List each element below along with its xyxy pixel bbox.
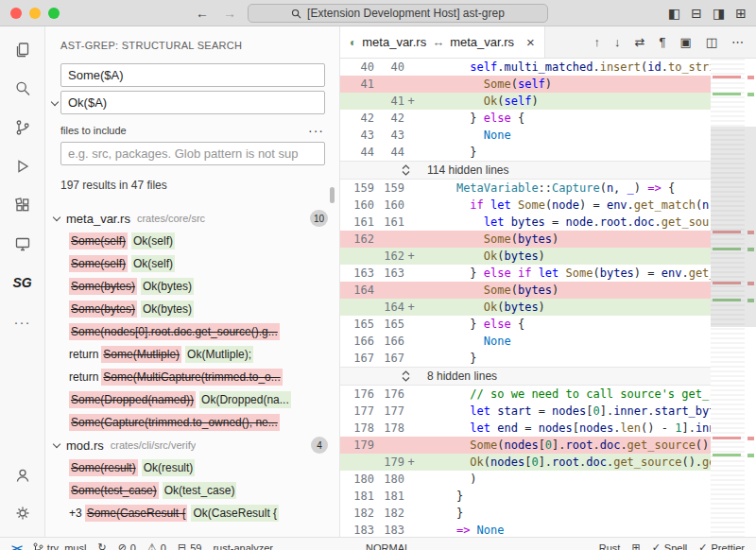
- diff-line: 179+ Ok(nodes[0].root.doc.get_source().g…: [340, 454, 711, 471]
- activity-run-debug-button[interactable]: [8, 152, 38, 180]
- problems-status[interactable]: ⊘0: [112, 538, 142, 550]
- unfold-icon[interactable]: [401, 370, 411, 383]
- activity-ast-grep-button[interactable]: SG: [8, 268, 38, 297]
- more-actions-button[interactable]: ⋯: [731, 35, 744, 49]
- sidebar-scrollbar[interactable]: [330, 187, 335, 203]
- match-row[interactable]: +3 Some(CaseResult {Ok(CaseResult {: [45, 502, 339, 524]
- diff-sign: [404, 350, 418, 367]
- code-text: }: [418, 488, 711, 505]
- next-change-button[interactable]: ↓: [614, 35, 621, 49]
- hidden-lines-band[interactable]: 114 hidden lines: [340, 161, 711, 180]
- rewrite-input[interactable]: [60, 91, 325, 114]
- customize-layout-icon[interactable]: ⊞: [735, 6, 747, 21]
- diff-line: 164 Some(bytes): [340, 282, 711, 299]
- match-context: return: [69, 348, 98, 361]
- pattern-input[interactable]: [60, 63, 325, 87]
- editor-layout-status[interactable]: ⊞: [626, 538, 645, 550]
- match-row[interactable]: Some(test_case)Ok(test_case): [45, 479, 339, 502]
- prettier-status[interactable]: ✓Prettier: [693, 538, 750, 550]
- warnings-status[interactable]: ⚠0: [142, 538, 172, 550]
- match-row[interactable]: Some(self)Ok(self): [45, 230, 339, 252]
- activity-more-button[interactable]: ···: [8, 307, 38, 335]
- match-row[interactable]: Some(bytes)Ok(bytes): [45, 298, 339, 320]
- forward-button[interactable]: →: [223, 6, 236, 21]
- toggle-whitespace-button[interactable]: ¶: [659, 35, 665, 49]
- match-row[interactable]: Some(Capture(trimmed.to_owned(), ne...: [45, 411, 339, 434]
- chevron-down-icon[interactable]: [51, 98, 59, 106]
- close-tab-button[interactable]: ×: [526, 34, 535, 50]
- files-include-input[interactable]: [60, 142, 325, 165]
- match-row[interactable]: Some(self)Ok(self): [45, 252, 339, 275]
- tab-meta-var-diff[interactable]: ◐ meta_var.rs ↔ meta_var.rs ×: [340, 26, 545, 58]
- sync-status[interactable]: ↻: [92, 538, 112, 550]
- zoom-window-button[interactable]: [48, 8, 60, 19]
- title-bar: ← → [Extension Development Host] ast-gre…: [0, 0, 756, 26]
- results-summary: 197 results in 47 files: [60, 179, 324, 192]
- search-icon: [13, 79, 32, 98]
- match-row[interactable]: return Some(MultiCapture(trimmed.to_o...: [45, 366, 339, 388]
- match-removed-text: Some(Capture(trimmed.to_owned(), ne...: [69, 414, 280, 431]
- activity-search-button[interactable]: [8, 75, 38, 103]
- toggle-panel-icon[interactable]: ⊟: [691, 6, 702, 21]
- match-row[interactable]: Some(Dropped(named))Ok(Dropped(na...: [45, 388, 339, 411]
- more-actions-button[interactable]: ···: [308, 123, 324, 138]
- diff-sign: [404, 333, 418, 350]
- spell-status[interactable]: ✓Spell: [646, 538, 694, 550]
- remote-status[interactable]: ><: [6, 538, 27, 550]
- activity-source-control-button[interactable]: [8, 113, 38, 142]
- files-icon: [13, 41, 32, 60]
- activity-explorer-button[interactable]: [8, 36, 38, 64]
- spell-status-label: Spell: [664, 542, 687, 550]
- diff-line: 165165 } else {: [340, 316, 711, 333]
- editor-area: ◐ meta_var.rs ↔ meta_var.rs × ↑↓⇄¶▣◫⋯ 40…: [340, 26, 756, 550]
- rust-analyzer-status[interactable]: rust-analyzer: [207, 538, 279, 550]
- tasks-status[interactable]: ⊟59: [172, 538, 207, 550]
- tab-label-left: meta_var.rs: [362, 35, 426, 49]
- swap-sides-button[interactable]: ⇄: [635, 35, 645, 49]
- prettier-status-label: Prettier: [712, 542, 745, 550]
- unfold-icon[interactable]: [401, 163, 411, 177]
- new-line-number: 162: [374, 248, 404, 265]
- account-button[interactable]: [8, 461, 38, 490]
- previous-change-button[interactable]: ↑: [594, 35, 601, 49]
- toggle-inline-view-button[interactable]: ▣: [679, 35, 691, 49]
- match-row[interactable]: Some(bytes)Ok(bytes): [45, 275, 339, 298]
- match-row[interactable]: return Some(Mutliple)Ok(Mutliple);: [45, 343, 339, 366]
- match-removed-text: Some(nodes[0].root.doc.get_source().g...: [69, 323, 280, 340]
- command-center[interactable]: [Extension Development Host] ast-grep: [248, 4, 548, 23]
- old-line-number: 160: [340, 197, 374, 214]
- branch-status-label: try_musl: [47, 542, 87, 550]
- vscode-window: ← → [Extension Development Host] ast-gre…: [0, 0, 756, 550]
- new-line-number: 182: [374, 505, 404, 522]
- workbench: SG ··· AST-GREP:: [0, 26, 756, 550]
- diff-sign: [404, 180, 418, 197]
- minimize-window-button[interactable]: [29, 8, 41, 19]
- activity-remote-explorer-button[interactable]: [8, 230, 38, 258]
- old-line-number: 163: [340, 265, 374, 282]
- toggle-primary-sidebar-icon[interactable]: ◧: [668, 6, 680, 21]
- vim-mode-status[interactable]: NORMAL: [360, 538, 416, 550]
- language-status[interactable]: Rust: [593, 538, 627, 550]
- match-row[interactable]: Some(nodes[0].root.doc.get_source().g...: [45, 320, 339, 343]
- toggle-secondary-sidebar-icon[interactable]: ◨: [713, 6, 725, 21]
- new-line-number: 180: [374, 471, 404, 488]
- branch-status[interactable]: try_musl: [27, 538, 93, 550]
- result-file-group[interactable]: meta_var.rscrates/core/src10: [45, 207, 339, 230]
- minimap-slider[interactable]: [711, 127, 756, 327]
- hidden-lines-band[interactable]: 8 hidden lines: [340, 367, 711, 386]
- diff-sign: [404, 488, 418, 505]
- match-context: +3: [69, 507, 82, 520]
- split-editor-button[interactable]: ◫: [706, 35, 717, 49]
- close-window-button[interactable]: [10, 8, 22, 19]
- extensions-icon: [13, 196, 32, 215]
- settings-button[interactable]: [8, 499, 38, 527]
- old-line-number: 181: [340, 488, 374, 505]
- warnings-status-label: 0: [161, 542, 166, 550]
- code-text: }: [418, 350, 711, 367]
- activity-extensions-button[interactable]: [8, 191, 38, 219]
- new-line-number: 181: [374, 488, 404, 505]
- match-added-text: Ok(self): [131, 255, 175, 272]
- match-row[interactable]: Some(result)Ok(result): [45, 456, 339, 479]
- result-file-group[interactable]: mod.rscrates/cli/src/verify4: [45, 434, 339, 456]
- back-button[interactable]: ←: [196, 6, 209, 21]
